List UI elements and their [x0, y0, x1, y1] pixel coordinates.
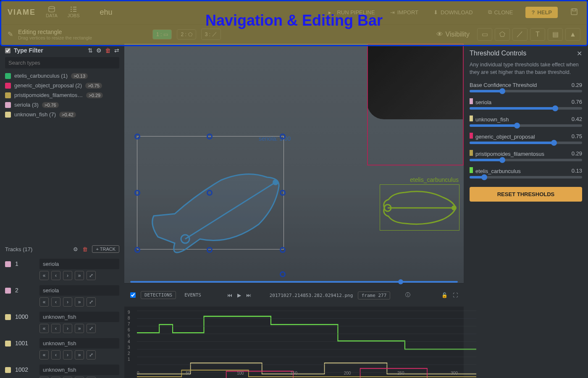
clone-button[interactable]: ⧉ CLONE — [486, 7, 516, 17]
download-button[interactable]: ⬇ DOWNLOAD — [431, 8, 475, 17]
track-next-button[interactable]: › — [63, 271, 72, 280]
track-name[interactable]: unknown_fish — [39, 365, 119, 375]
handle-nw[interactable] — [134, 134, 140, 139]
search-types-input[interactable] — [5, 57, 119, 68]
track-row[interactable]: 1000 unknown_fish « ‹ › » ⤢ — [0, 309, 124, 336]
gear-icon[interactable]: ⚙ — [96, 47, 102, 54]
sort-icon[interactable]: ⇅ — [88, 47, 93, 54]
type-checkbox[interactable] — [5, 83, 11, 89]
import-button[interactable]: ⇥ IMPORT — [388, 8, 421, 17]
handle-s[interactable] — [207, 247, 213, 253]
threshold-slider[interactable] — [470, 124, 582, 127]
type-checkbox[interactable] — [5, 112, 11, 118]
track-checkbox[interactable] — [5, 261, 11, 267]
trash-icon[interactable]: 🗑 — [105, 47, 111, 54]
track-row[interactable]: 1002 unknown_fish « ‹ › » ⤢ — [0, 362, 124, 378]
fullscreen-icon[interactable]: ⛶ — [453, 292, 458, 298]
handle-c[interactable] — [207, 190, 213, 196]
type-checkbox[interactable] — [5, 92, 11, 98]
type-checkbox[interactable] — [5, 102, 11, 108]
gear-icon[interactable]: ⚙ — [73, 246, 78, 252]
add-track-button[interactable]: + TRACK — [92, 245, 119, 253]
track-row[interactable]: 2 seriola « ‹ › » ⤢ — [0, 283, 124, 309]
reset-thresholds-button[interactable]: RESET THRESHOLDS — [470, 187, 582, 202]
close-icon[interactable]: ✕ — [577, 50, 582, 58]
threshold-slider[interactable] — [470, 142, 582, 144]
handle-se[interactable] — [280, 247, 286, 253]
type-filter-master-checkbox[interactable] — [5, 48, 10, 53]
handle-e[interactable] — [280, 190, 286, 196]
track-name[interactable]: seriola — [39, 259, 119, 269]
track-expand-button[interactable]: ⤢ — [87, 271, 96, 280]
visibility-toggle[interactable]: 👁 Visibility — [436, 31, 470, 38]
geom-slot-2[interactable]: 2 :⬠ — [177, 29, 196, 39]
geom-slot-3[interactable]: 3 :／ — [201, 29, 221, 40]
bbox-seriola[interactable] — [137, 136, 284, 249]
swap-icon[interactable]: ⇄ — [114, 47, 119, 54]
threshold-slider[interactable] — [470, 159, 582, 161]
nav-data[interactable]: DATA — [46, 6, 58, 18]
info-icon[interactable]: ⓘ — [405, 291, 410, 299]
track-first-button[interactable]: « — [39, 271, 49, 280]
threshold-slider[interactable] — [470, 107, 582, 110]
track-last-button[interactable]: » — [75, 297, 84, 307]
track-row[interactable]: 1001 unknown_fish « ‹ › » ⤢ — [0, 336, 124, 362]
geom-slot-1[interactable]: 1 :▭ — [152, 29, 172, 39]
help-button[interactable]: ? HELP — [525, 7, 558, 18]
tool-comment[interactable]: ▤ — [548, 28, 563, 41]
prev-frame-button[interactable]: ⏮ — [227, 292, 232, 298]
track-row[interactable]: 1 seriola « ‹ › » ⤢ — [0, 256, 124, 283]
handle-ne[interactable] — [280, 134, 286, 139]
track-next-button[interactable]: › — [63, 297, 72, 307]
etelis-polygon[interactable] — [380, 184, 459, 231]
track-name[interactable]: seriola — [39, 285, 119, 296]
track-first-button[interactable]: « — [39, 297, 49, 307]
tool-head[interactable]: ▲ — [565, 28, 580, 41]
track-expand-button[interactable]: ⤢ — [87, 297, 96, 307]
tool-rect[interactable]: ▭ — [477, 28, 492, 41]
track-name[interactable]: unknown_fish — [39, 338, 119, 349]
track-last-button[interactable]: » — [75, 324, 84, 333]
track-first-button[interactable]: « — [39, 324, 49, 333]
handle-sw[interactable] — [134, 247, 140, 253]
track-checkbox[interactable] — [5, 341, 11, 346]
scrubber[interactable] — [130, 281, 458, 283]
track-name[interactable]: unknown_fish — [39, 312, 119, 322]
base-threshold-slider[interactable] — [470, 90, 582, 92]
type-row[interactable]: pristipomoides_filamentos… >0.29 — [0, 90, 124, 100]
viewport[interactable]: seriola: 1.00 etelis_carbunculus — [124, 44, 464, 283]
track-checkbox[interactable] — [5, 367, 11, 373]
next-frame-button[interactable]: ⏭ — [246, 292, 251, 298]
track-expand-button[interactable]: ⤢ — [87, 324, 96, 333]
tool-text[interactable]: T — [530, 28, 545, 41]
trash-icon[interactable]: 🗑 — [82, 246, 88, 252]
type-checkbox[interactable] — [5, 73, 11, 79]
track-checkbox[interactable] — [5, 288, 11, 294]
track-first-button[interactable]: « — [39, 350, 49, 360]
threshold-slider[interactable] — [470, 176, 582, 178]
save-button[interactable] — [568, 6, 580, 18]
track-prev-button[interactable]: ‹ — [51, 297, 60, 307]
track-checkbox[interactable] — [5, 314, 11, 320]
tool-line[interactable]: ／ — [512, 28, 528, 41]
play-button[interactable]: ▶ — [237, 292, 241, 298]
lock-icon[interactable]: 🔓 — [441, 292, 448, 298]
track-last-button[interactable]: » — [75, 271, 84, 280]
track-last-button[interactable]: » — [75, 350, 84, 360]
type-row[interactable]: generic_object_proposal (2) >0.75 — [0, 81, 124, 90]
run-pipeline-button[interactable]: ▸_ RUN PIPELINE — [326, 8, 378, 17]
handle-w[interactable] — [134, 190, 140, 196]
mode-events[interactable]: EVENTS — [181, 291, 205, 299]
track-prev-button[interactable]: ‹ — [51, 350, 60, 360]
type-row[interactable]: seriola (3) >0.76 — [0, 100, 124, 110]
handle-extra[interactable] — [280, 271, 286, 277]
tool-polygon[interactable]: ⬠ — [495, 28, 510, 41]
track-prev-button[interactable]: ‹ — [51, 324, 60, 333]
track-prev-button[interactable]: ‹ — [51, 271, 60, 280]
bbox-generic-object[interactable] — [367, 44, 464, 165]
playbar-checkbox[interactable] — [130, 292, 136, 298]
mode-detections[interactable]: DETECTIONS — [141, 291, 176, 299]
timeline[interactable]: 987654321 050100150200250300 — [124, 307, 464, 378]
track-expand-button[interactable]: ⤢ — [87, 350, 96, 360]
handle-n[interactable] — [207, 134, 213, 139]
